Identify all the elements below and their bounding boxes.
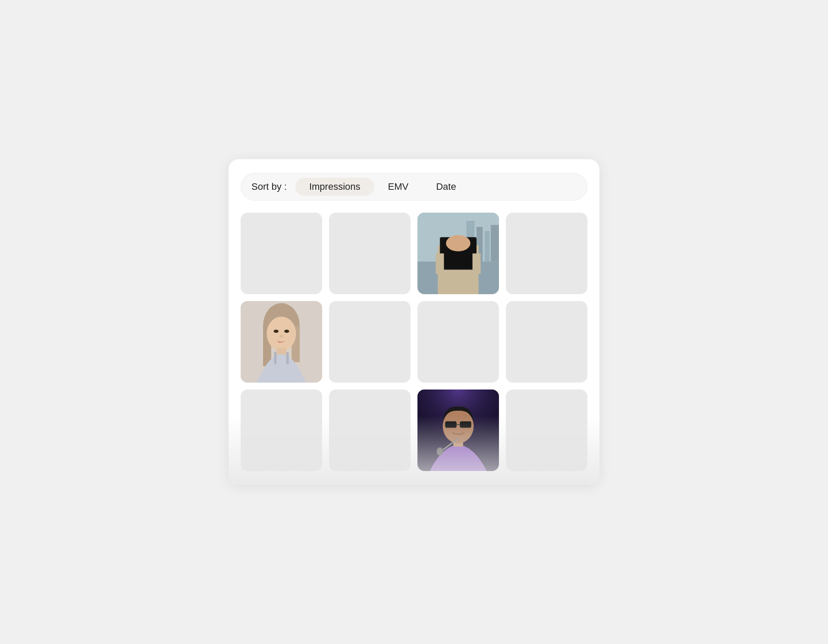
grid-cell-3-4[interactable] (506, 390, 587, 471)
grid-cell-2-1[interactable] (241, 301, 322, 383)
svg-point-16 (267, 317, 296, 351)
grid-cell-2-3[interactable] (417, 301, 499, 383)
sort-option-emv[interactable]: EMV (374, 178, 423, 196)
svg-point-18 (284, 330, 289, 333)
svg-rect-27 (445, 421, 456, 428)
svg-rect-11 (473, 254, 481, 274)
svg-point-9 (446, 235, 470, 251)
svg-rect-10 (436, 254, 444, 274)
grid-cell-1-4[interactable] (506, 213, 587, 294)
svg-point-19 (280, 335, 283, 337)
grid-cell-3-1[interactable] (241, 390, 322, 471)
svg-point-17 (274, 330, 279, 333)
sort-label: Sort by : (251, 181, 295, 192)
grid-cell-2-2[interactable] (329, 301, 411, 383)
svg-rect-28 (460, 421, 471, 428)
svg-rect-4 (485, 231, 489, 262)
content-grid (241, 213, 587, 471)
sort-bar: Sort by : Impressions EMV Date (241, 173, 587, 201)
sort-option-impressions[interactable]: Impressions (295, 178, 374, 196)
sort-option-date[interactable]: Date (422, 178, 470, 196)
main-card: Sort by : Impressions EMV Date (229, 159, 599, 485)
grid-cell-1-3[interactable] (417, 213, 499, 294)
grid-cell-2-4[interactable] (506, 301, 587, 383)
grid-cell-1-1[interactable] (241, 213, 322, 294)
grid-cell-3-3[interactable] (417, 390, 499, 471)
svg-point-31 (436, 447, 443, 456)
grid-cell-1-2[interactable] (329, 213, 411, 294)
grid-cell-3-2[interactable] (329, 390, 411, 471)
svg-rect-5 (491, 225, 499, 261)
svg-rect-22 (286, 352, 289, 364)
svg-rect-21 (274, 352, 276, 364)
